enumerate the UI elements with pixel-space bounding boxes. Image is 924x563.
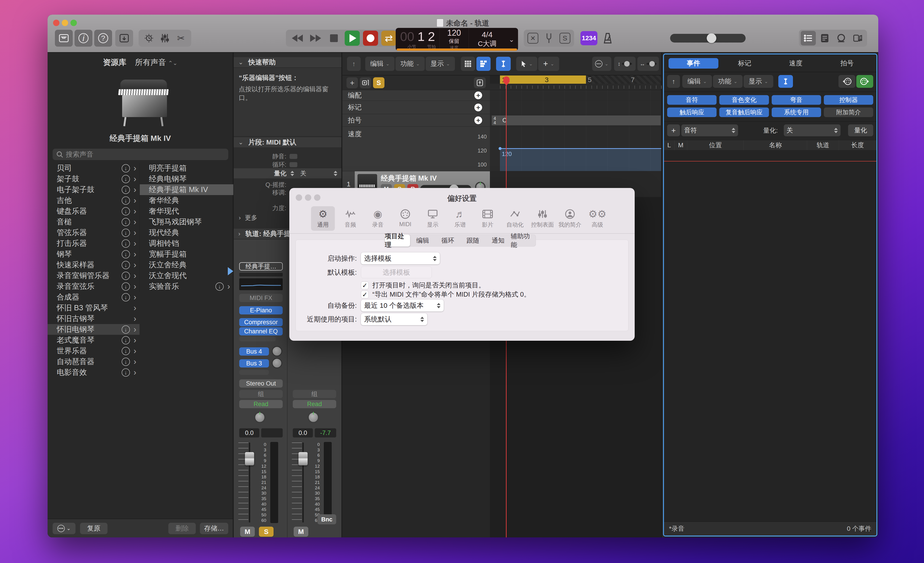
region-inspector-header[interactable]: ⌄片段: MIDI 默认 xyxy=(234,137,342,148)
count-in-button[interactable]: 1234 xyxy=(580,31,597,45)
dialog-tab-surfaces[interactable]: 控制表面 xyxy=(531,206,554,231)
filter-button[interactable]: 触后响应 xyxy=(667,108,717,117)
list-item[interactable]: 现代经典 xyxy=(140,227,233,238)
volume-fader[interactable] xyxy=(298,452,308,465)
ask-close-checkbox[interactable]: ✓ xyxy=(361,282,369,289)
download-icon[interactable]: ↓ xyxy=(216,282,224,290)
download-icon[interactable]: ↓ xyxy=(122,196,130,205)
automation-mode-button[interactable]: Read xyxy=(239,400,283,408)
quantize-select[interactable]: 关 xyxy=(784,124,840,136)
list-item[interactable]: 快速采样器↓› xyxy=(48,259,140,270)
chevron-right-icon[interactable]: › xyxy=(134,185,136,195)
forward-button[interactable] xyxy=(308,31,323,46)
chevron-right-icon[interactable]: › xyxy=(134,217,136,227)
mute-button[interactable]: M xyxy=(294,527,308,537)
mixer-button[interactable] xyxy=(157,31,173,45)
cycle-button[interactable]: ⇄ xyxy=(381,31,396,46)
list-item[interactable]: 老式魔音琴↓› xyxy=(48,335,140,346)
chevron-right-icon[interactable]: › xyxy=(227,282,230,291)
pan-knob[interactable] xyxy=(308,412,319,423)
list-item[interactable]: 录音室铜管乐器↓› xyxy=(48,270,140,281)
lcd-display[interactable]: 00 1 2 小节 节拍 120 保留 速度 4/4 C大调 xyxy=(396,28,518,51)
send-knob-2[interactable] xyxy=(272,358,282,368)
view-menu[interactable]: 显示⌄ xyxy=(426,57,455,71)
loop-checkbox[interactable] xyxy=(290,162,297,167)
quick-help-button[interactable]: ? xyxy=(94,30,112,46)
toolbar-toggle-button[interactable] xyxy=(115,30,133,46)
auto-backup-select[interactable]: 最近 10 个备选版本 xyxy=(361,299,444,311)
edit-menu[interactable]: 编辑⌄ xyxy=(365,57,394,71)
list-item[interactable]: 宽幅手提箱 xyxy=(140,249,233,259)
metronome-button[interactable] xyxy=(600,30,615,46)
list-item[interactable]: 打击乐器↓› xyxy=(48,238,140,249)
event-type-select[interactable]: 音符 xyxy=(681,124,738,136)
send-slot-2[interactable]: Bus 3 xyxy=(239,359,269,367)
chevron-right-icon[interactable]: › xyxy=(134,196,136,205)
download-icon[interactable]: ↓ xyxy=(122,358,130,366)
list-item[interactable]: 调相铃铛 xyxy=(140,238,233,249)
add-event-button[interactable]: + xyxy=(667,124,680,136)
output-slot[interactable]: Stereo Out xyxy=(239,379,283,388)
tab-拍号[interactable]: 拍号 xyxy=(822,58,872,69)
download-icon[interactable]: ↓ xyxy=(122,272,130,280)
master-volume-slider[interactable] xyxy=(670,34,746,42)
quick-help-header[interactable]: ⌄快速帮助 xyxy=(234,57,342,68)
filter-button[interactable]: 复音触后响应 xyxy=(719,108,769,117)
chevron-right-icon[interactable]: › xyxy=(134,250,136,259)
list-item[interactable]: 经典电钢琴 xyxy=(140,174,233,184)
event-list-body[interactable] xyxy=(664,150,876,521)
track-name[interactable]: 经典手提箱 Mk IV xyxy=(381,174,437,183)
loop-browser-button[interactable] xyxy=(834,31,849,45)
stop-button[interactable] xyxy=(326,31,342,46)
startup-action-select[interactable]: 选择模板 xyxy=(361,253,440,264)
download-icon[interactable]: ↓ xyxy=(122,336,130,344)
group-slot[interactable]: 组 xyxy=(239,390,283,398)
chevron-right-icon[interactable]: › xyxy=(134,260,136,270)
download-icon[interactable]: ↓ xyxy=(122,282,130,290)
download-icon[interactable]: ↓ xyxy=(122,325,130,334)
tempo-lane-header[interactable]: 速度 140120100 xyxy=(342,127,490,171)
column-header[interactable]: 长度 xyxy=(839,140,876,150)
track-header-config-button[interactable] xyxy=(474,77,486,88)
marker-lane-header[interactable]: 标记+ xyxy=(342,101,490,114)
tab-事件[interactable]: 事件 xyxy=(669,58,718,69)
chevron-right-icon[interactable]: › xyxy=(134,357,136,367)
vertical-zoom-slider[interactable]: ↕ xyxy=(614,57,636,71)
tempo-lane[interactable]: 120 xyxy=(490,127,661,171)
dialog-tab-display[interactable]: 显示 xyxy=(421,206,445,231)
search-field[interactable]: 搜索声音 xyxy=(52,149,228,160)
column-header[interactable]: 名称 xyxy=(744,140,807,150)
download-icon[interactable]: ↓ xyxy=(122,250,130,258)
level-value[interactable] xyxy=(261,428,283,437)
midi-out-button[interactable] xyxy=(856,75,873,88)
solo-mode-button[interactable]: S xyxy=(558,31,572,45)
chevron-right-icon[interactable]: › xyxy=(134,239,136,249)
tab-速度[interactable]: 速度 xyxy=(771,58,821,69)
download-icon[interactable]: ↓ xyxy=(122,207,130,216)
list-item[interactable]: 架子鼓↓› xyxy=(48,174,140,184)
choose-template-button[interactable]: 选择模板 xyxy=(361,267,432,278)
delete-button[interactable]: 删除 xyxy=(168,523,196,534)
column-header[interactable]: 轨道 xyxy=(807,140,839,150)
chevron-right-icon[interactable]: › xyxy=(134,346,136,356)
mute-checkbox[interactable] xyxy=(290,154,297,159)
play-button[interactable] xyxy=(345,31,360,46)
library-action-menu-button[interactable]: •••⌄ xyxy=(52,523,75,534)
column-header[interactable]: L xyxy=(664,140,675,150)
pan-knob[interactable] xyxy=(254,412,266,423)
download-icon[interactable]: ↓ xyxy=(122,240,130,248)
dialog-tab-movie[interactable]: 影片 xyxy=(476,206,500,231)
filter-button[interactable]: 音色变化 xyxy=(719,95,769,105)
filter-button[interactable]: 系统专用 xyxy=(772,108,821,117)
quantize-apply-button[interactable]: 量化 xyxy=(848,124,873,136)
catch-mode-button[interactable] xyxy=(778,75,793,88)
autopunch-button[interactable]: ✕ xyxy=(526,31,539,45)
level-value[interactable]: -7.7 xyxy=(315,428,336,437)
arrange-lane-header[interactable]: 编配+ xyxy=(342,90,490,101)
channel-setting-button[interactable]: 经典手提… xyxy=(239,262,283,271)
volume-fader[interactable] xyxy=(245,452,254,465)
record-button[interactable] xyxy=(363,31,378,46)
revert-button[interactable]: 复原 xyxy=(80,523,108,534)
signature-lane[interactable]: 44 C xyxy=(490,114,661,127)
list-item[interactable]: 沃立舍现代 xyxy=(140,270,233,281)
